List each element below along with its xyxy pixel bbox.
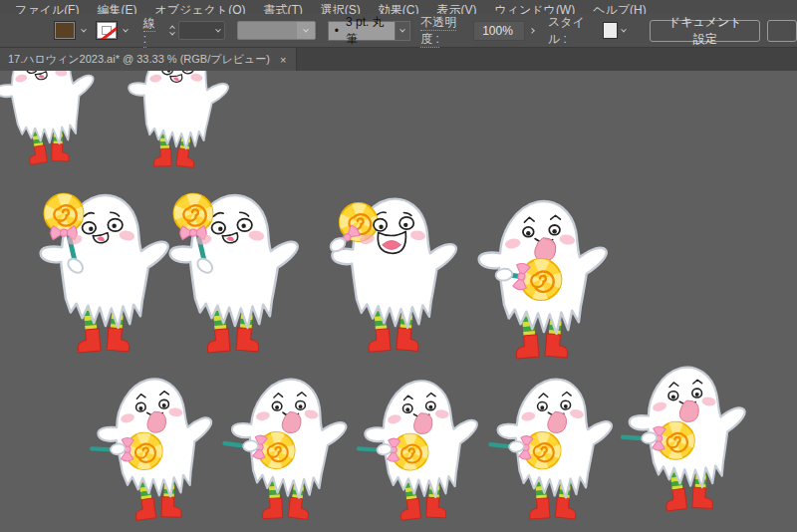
artboard-canvas[interactable] [0, 71, 797, 532]
menu-item-1[interactable]: 編集(E) [88, 0, 145, 14]
stroke-color-dropdown[interactable] [118, 21, 133, 40]
stroke-weight-stepper[interactable] [166, 21, 178, 41]
chevron-down-icon [81, 26, 87, 32]
ghost-sprite-lick-side[interactable] [214, 366, 358, 532]
chevron-down-icon [215, 26, 221, 32]
fill-color-control[interactable] [54, 21, 91, 40]
document-setup-button[interactable]: ドキュメント設定 [650, 20, 760, 42]
stroke-color-control[interactable] [96, 21, 133, 40]
chevron-down-icon [399, 26, 405, 32]
chevron-down-icon [622, 26, 628, 32]
ghost-sprite-lick-side[interactable] [613, 354, 758, 526]
document-tab[interactable]: 17.ハロウィン2023.ai* @ 33.33 % (RGB/プレビュー) × [0, 48, 297, 71]
ghost-sprite-lick-front[interactable] [466, 188, 614, 373]
opacity-label[interactable]: 不透明度 : [420, 14, 468, 48]
menu-item-0[interactable]: ファイル(F) [6, 0, 88, 14]
opacity-expand-icon[interactable] [529, 28, 534, 33]
style-label: スタイル : [548, 14, 597, 48]
ghost-sprite-plain[interactable] [0, 71, 105, 178]
fill-color-swatch[interactable] [54, 21, 76, 40]
document-tab-bar: 17.ハロウィン2023.ai* @ 33.33 % (RGB/プレビュー) × [0, 48, 797, 71]
stroke-none-swatch[interactable] [96, 21, 118, 40]
document-tab-title: 17.ハロウィン2023.ai* @ 33.33 % (RGB/プレビュー) [8, 52, 270, 67]
ghost-sprite-lick-side[interactable] [348, 368, 491, 532]
fill-color-dropdown[interactable] [76, 21, 91, 40]
ghost-sprite-raise[interactable] [157, 182, 305, 367]
style-swatch[interactable] [603, 22, 618, 39]
ghost-sprite-lick-side[interactable] [81, 365, 226, 532]
brush-bullet-icon: • [335, 24, 339, 38]
stroke-weight-combo[interactable] [178, 21, 224, 40]
ghost-sprite-raise[interactable] [28, 182, 175, 367]
control-bar: 線 : • 3 pt. 丸筆 不透明度 : 100% スタイル : ドキュメント… [0, 14, 797, 48]
partial-right-button[interactable] [767, 20, 797, 42]
width-profile-dropdown [237, 21, 316, 40]
stroke-weight-label[interactable]: 線 : [143, 15, 159, 46]
style-dropdown[interactable] [618, 21, 631, 40]
menu-bar: ファイル(F)編集(E)オブジェクト(O)書式(T)選択(S)効果(C)表示(V… [0, 0, 797, 14]
brush-definition-value[interactable]: • 3 pt. 丸筆 [328, 21, 396, 41]
chevron-down-icon [303, 26, 309, 32]
menu-item-3[interactable]: 書式(T) [254, 0, 311, 14]
ghost-sprite-lick-side[interactable] [482, 367, 623, 532]
menu-item-6[interactable]: 表示(V) [427, 0, 485, 14]
brush-name: 3 pt. 丸筆 [346, 14, 387, 48]
menu-item-4[interactable]: 選択(S) [312, 0, 370, 14]
opacity-value[interactable]: 100% [473, 21, 525, 41]
chevron-down-icon [123, 26, 129, 32]
menu-item-7[interactable]: ウィンドウ(W) [485, 0, 584, 14]
menu-item-8[interactable]: ヘルプ(H) [584, 0, 656, 14]
brush-definition-dropdown[interactable] [396, 21, 410, 41]
stepper-down-icon[interactable] [169, 30, 175, 36]
ghost-sprite-plain[interactable] [114, 71, 236, 181]
tab-close-icon[interactable]: × [280, 54, 286, 66]
menu-item-5[interactable]: 効果(C) [370, 0, 428, 14]
brush-definition-control[interactable]: • 3 pt. 丸筆 [328, 21, 410, 41]
ghost-sprite-mouth[interactable] [317, 186, 466, 366]
menu-item-2[interactable]: オブジェクト(O) [145, 0, 254, 14]
